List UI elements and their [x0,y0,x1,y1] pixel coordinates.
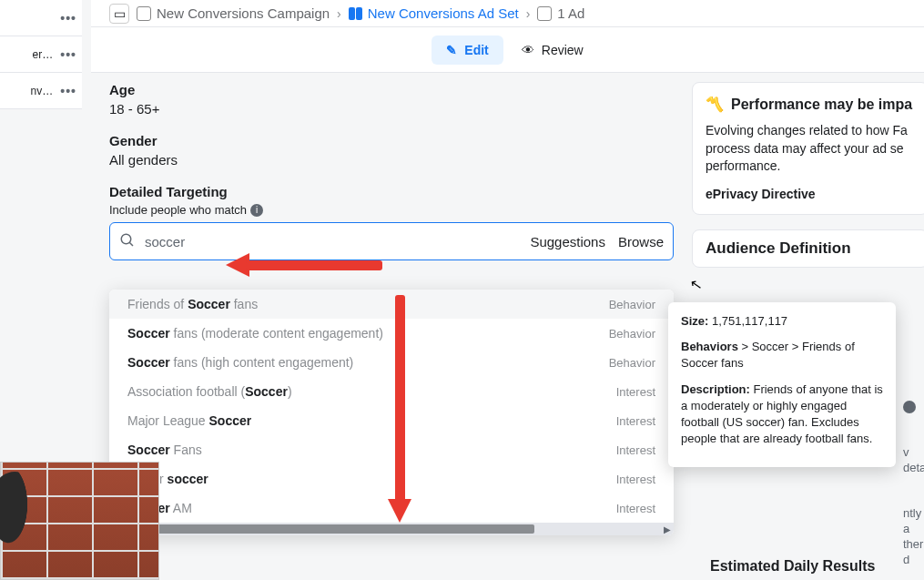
more-icon[interactable]: ••• [53,11,76,25]
more-icon[interactable]: ••• [53,84,76,98]
breadcrumb-label: 1 Ad [557,5,584,21]
horizontal-scrollbar[interactable]: ▶ [109,523,674,535]
editbar: ✎ Edit 👁 Review [91,27,924,73]
trend-icon: 〽️ [706,96,724,113]
performance-title: Performance may be impa [731,97,912,113]
targeting-search[interactable]: Suggestions Browse [109,222,674,260]
right-panel-fragment: v deta ntly a ther d [903,401,924,568]
search-icon [119,232,136,251]
performance-body: Evolving changes related to how Fa proce… [706,122,915,176]
targeting-tooltip: Size: 1,751,117,117 Behaviors > Soccer >… [668,302,896,467]
adset-icon [349,7,362,20]
targeting-form: Age 18 - 65+ Gender All genders Detailed… [109,82,674,260]
breadcrumb: ▭ New Conversions Campaign › New Convers… [91,0,924,27]
edit-button[interactable]: ✎ Edit [432,36,503,65]
more-icon[interactable]: ••• [53,47,76,62]
left-nav-item[interactable]: nv… ••• [0,73,82,109]
left-nav-label: er… [33,48,54,61]
campaign-structure-icon[interactable]: ▭ [109,4,129,24]
breadcrumb-adset[interactable]: New Conversions Ad Set [349,5,519,21]
tooltip-size: 1,751,117,117 [712,314,787,328]
video-thumbnail [0,462,159,580]
pencil-icon: ✎ [446,43,457,57]
chevron-right-icon: › [526,6,531,21]
gender-label: Gender [109,133,674,148]
cursor-icon: ↖ [688,275,703,294]
left-nav-item[interactable]: ••• [0,0,82,36]
breadcrumb-label: New Conversions Ad Set [368,5,519,21]
eprivacy-link[interactable]: ePrivacy Directive [706,187,915,201]
folder-icon [137,6,151,21]
info-icon [903,401,916,413]
scroll-right-icon[interactable]: ▶ [661,524,674,534]
age-label: Age [109,82,674,97]
performance-card: 〽️ Performance may be impa Evolving chan… [692,82,924,215]
review-button[interactable]: 👁 Review [522,43,584,57]
svg-line-1 [129,242,133,246]
estimated-results-title: Estimated Daily Results [710,558,875,575]
gender-value: All genders [109,152,674,168]
breadcrumb-ad[interactable]: 1 Ad [537,5,584,21]
eye-icon: 👁 [522,43,534,57]
left-nav-label: nv… [31,85,54,97]
suggestions-link[interactable]: Suggestions [530,234,605,249]
edit-label: Edit [464,43,488,57]
left-nav-item[interactable]: er… ••• [0,36,82,73]
ad-icon [537,6,552,21]
breadcrumb-label: New Conversions Campaign [157,5,330,21]
audience-definition-title: Audience Definition [693,230,924,267]
age-value: 18 - 65+ [109,101,674,117]
left-nav-fragment: ••• er… ••• nv… ••• [0,0,82,127]
info-icon[interactable]: i [250,204,263,217]
review-label: Review [542,43,584,57]
browse-link[interactable]: Browse [618,234,664,249]
right-panel: 〽️ Performance may be impa Evolving chan… [692,82,924,268]
include-match-label: Include people who match i [109,203,674,217]
chevron-right-icon: › [337,6,341,21]
annotation-arrow-vertical [388,295,411,523]
targeting-search-input[interactable] [145,234,521,249]
detailed-targeting-label: Detailed Targeting [109,184,674,199]
annotation-arrow-horizontal [226,253,381,277]
breadcrumb-campaign[interactable]: New Conversions Campaign [137,5,330,21]
svg-point-0 [121,234,131,244]
